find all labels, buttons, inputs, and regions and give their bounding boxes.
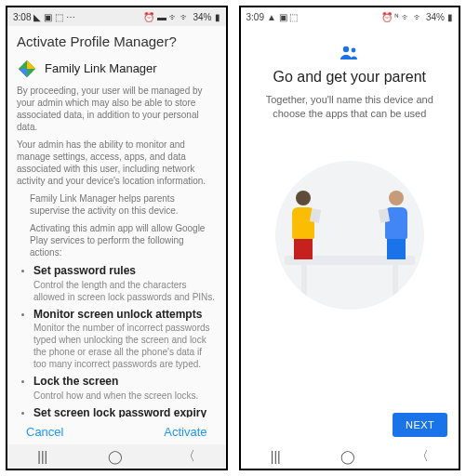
- app-header: Family Link Manager: [17, 59, 217, 79]
- nav-back-icon[interactable]: 〈: [182, 448, 195, 465]
- nav-bar: ||| ◯ 〈: [7, 444, 226, 469]
- table-leg: [301, 263, 307, 300]
- nav-home-icon[interactable]: ◯: [340, 449, 355, 464]
- action-title: Lock the screen: [33, 375, 217, 390]
- action-item: Monitor screen unlock attempts Monitor t…: [33, 308, 217, 371]
- svg-marker-2: [19, 69, 27, 77]
- subtext: Together, you'll name this device and ch…: [256, 93, 445, 122]
- intro-para-1: By proceeding, your user will be managed…: [17, 85, 217, 133]
- cancel-button[interactable]: Cancel: [26, 425, 63, 439]
- status-bar: 3:08 ◣ ▣ ⬚ ⋯ ⏰ ▬ ᯤ ᯤ 34% ▮: [7, 7, 226, 26]
- status-bar: 3:09 ▲ ▣ ⬚ ⏰ ᴺ ᯤ ᯤ 34% ▮: [241, 7, 459, 26]
- family-link-icon: [17, 59, 37, 79]
- action-desc: Control the length and the characters al…: [33, 279, 217, 303]
- activate-button[interactable]: Activate: [164, 425, 206, 439]
- content-area: Family Link Manager By proceeding, your …: [7, 55, 226, 417]
- action-item: Lock the screen Control how and when the…: [33, 375, 217, 402]
- action-desc: Control how and when the screen locks.: [33, 390, 217, 402]
- status-time: 3:08: [13, 12, 31, 22]
- svg-point-3: [343, 46, 349, 52]
- next-button[interactable]: NEXT: [393, 413, 447, 437]
- status-right-icons: ⏰ ᴺ ᯤ ᯤ: [381, 12, 423, 22]
- status-time: 3:09: [246, 12, 264, 22]
- action-title: Set screen lock password expiry: [33, 406, 217, 417]
- headline: Go and get your parent: [273, 69, 426, 86]
- status-left-icons: ◣ ▣ ⬚ ⋯: [33, 12, 74, 22]
- people-icon: [339, 45, 361, 61]
- intro-para-2: Your admin has the ability to monitor an…: [17, 139, 217, 187]
- phone-screen-right: 3:09 ▲ ▣ ⬚ ⏰ ᴺ ᯤ ᯤ 34% ▮ Go and get your…: [239, 6, 461, 470]
- status-left-icons: ▲ ▣ ⬚: [267, 12, 298, 22]
- status-battery: 34%: [426, 12, 445, 22]
- nav-recents-icon[interactable]: |||: [271, 449, 281, 464]
- page-title: Activate Profile Manager?: [7, 26, 226, 55]
- status-right-icons: ⏰ ▬ ᯤ ᯤ: [143, 12, 190, 22]
- dialog-buttons: Cancel Activate: [7, 417, 226, 444]
- phone-screen-left: 3:08 ◣ ▣ ⬚ ⋯ ⏰ ▬ ᯤ ᯤ 34% ▮ Activate Prof…: [6, 6, 228, 470]
- nav-home-icon[interactable]: ◯: [108, 449, 123, 464]
- intro-para-4: Activating this admin app will allow Goo…: [30, 222, 217, 258]
- action-title: Monitor screen unlock attempts: [33, 308, 217, 323]
- nav-bar: ||| ◯ 〈: [241, 444, 459, 469]
- battery-icon: ▮: [215, 12, 220, 22]
- actions-list: Set password rules Control the length an…: [17, 264, 217, 417]
- svg-marker-1: [27, 60, 35, 69]
- action-title: Set password rules: [33, 264, 217, 279]
- table-leg: [393, 263, 398, 300]
- person-parent: [292, 191, 314, 259]
- action-desc: Monitor the number of incorrect password…: [33, 322, 217, 370]
- status-battery: 34%: [193, 12, 211, 22]
- intro-para-3: Family Link Manager helps parents superv…: [30, 192, 217, 217]
- svg-point-4: [351, 48, 355, 53]
- content-area: Go and get your parent Together, you'll …: [241, 26, 459, 405]
- nav-back-icon[interactable]: 〈: [416, 448, 429, 465]
- person-child: [385, 191, 407, 259]
- action-item: Set screen lock password expiry Change h…: [33, 406, 217, 417]
- nav-recents-icon[interactable]: |||: [37, 449, 47, 464]
- battery-icon: ▮: [447, 12, 453, 22]
- next-row: NEXT: [241, 405, 459, 444]
- action-item: Set password rules Control the length an…: [33, 264, 217, 303]
- illustration: [275, 161, 424, 310]
- app-name: Family Link Manager: [45, 61, 157, 77]
